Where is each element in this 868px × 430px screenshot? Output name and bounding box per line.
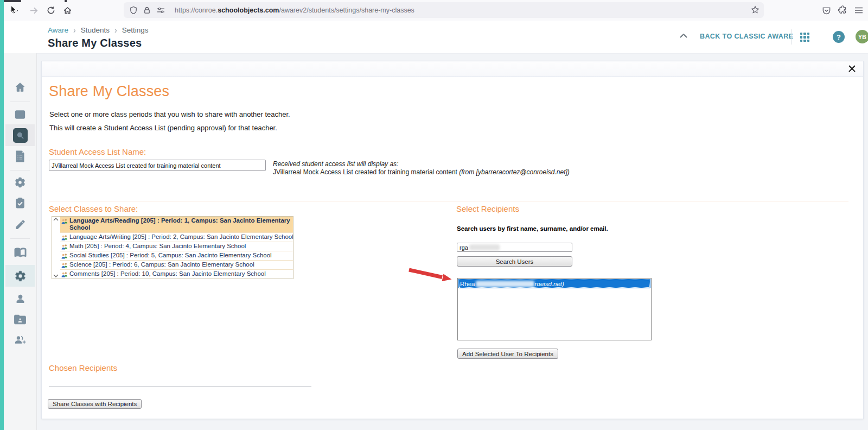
folder-user-icon — [14, 314, 26, 325]
person-add-icon — [14, 334, 27, 346]
access-list-name-label: Student Access List Name: — [49, 147, 146, 156]
reload-button[interactable] — [44, 4, 58, 17]
section-divider — [49, 201, 848, 201]
gear-icon — [14, 176, 26, 188]
bookmark-star-button[interactable] — [751, 5, 760, 14]
access-list-preview: Received student access list will displa… — [273, 160, 570, 176]
sidebar-item-overview[interactable] — [4, 104, 36, 125]
collapse-header-button[interactable] — [680, 34, 687, 38]
sidebar-item-forms[interactable] — [4, 146, 36, 167]
scroll-up-icon[interactable] — [53, 218, 59, 221]
search-results-listbox[interactable]: Rhea roeisd.net) — [457, 278, 652, 340]
search-icon — [16, 131, 24, 140]
hamburger-icon — [854, 7, 863, 14]
annotation-arrow-icon — [406, 267, 458, 286]
share-my-classes-panel: Share My Classes Select one or more clas… — [41, 61, 864, 419]
listbox-gutter — [52, 217, 60, 279]
scroll-down-icon[interactable] — [53, 274, 59, 277]
preview-line: JVillarreal Mock Access List created for… — [273, 168, 570, 176]
person-icon — [15, 293, 26, 305]
sidebar-item-tasks[interactable] — [4, 193, 36, 213]
apps-grid-button[interactable] — [800, 33, 809, 42]
reload-icon — [47, 6, 55, 15]
home-icon — [14, 81, 26, 93]
chosen-recipients-label: Chosen Recipients — [49, 363, 117, 372]
app-header: Aware › Students › Settings Share My Cla… — [4, 21, 868, 54]
class-people-icon — [61, 271, 68, 278]
breadcrumb-students: Students — [81, 26, 110, 34]
help-icon: ? — [837, 33, 841, 41]
browser-toolbar: https://conroe.schoolobjects.com/awarev2… — [0, 0, 868, 21]
sidebar-divider — [10, 170, 30, 170]
settings-gear-icon — [14, 270, 27, 282]
shield-icon — [129, 6, 138, 15]
class-people-icon — [61, 218, 68, 225]
breadcrumb-aware[interactable]: Aware — [48, 26, 68, 34]
classes-listbox[interactable]: Language Arts/Reading [205] : Period: 1,… — [52, 216, 293, 279]
forward-button[interactable] — [27, 4, 40, 17]
pocket-button[interactable] — [820, 4, 833, 17]
sidebar-item-add-user[interactable] — [4, 330, 36, 350]
breadcrumb-settings: Settings — [122, 26, 149, 34]
add-selected-user-button[interactable]: Add Selected User To Recipients — [457, 349, 558, 359]
chevron-up-icon — [680, 34, 687, 38]
result-row-selected[interactable]: Rhea roeisd.net) — [458, 279, 650, 288]
home-icon — [63, 6, 72, 15]
sidebar-item-edit[interactable] — [4, 214, 36, 235]
book-icon — [14, 246, 27, 258]
forward-arrow-icon — [29, 6, 39, 15]
browser-window: https://conroe.schoolobjects.com/awarev2… — [0, 0, 868, 430]
class-row[interactable]: Science [205] : Period: 6, Campus: San J… — [60, 261, 293, 270]
sidebar-divider — [10, 238, 30, 239]
search-users-button[interactable]: Search Users — [457, 256, 572, 267]
active-tab-edge — [21, 0, 65, 2]
class-people-icon — [61, 243, 68, 250]
access-list-name-input[interactable] — [49, 160, 266, 171]
sidebar-item-student-folder[interactable] — [4, 309, 36, 330]
avatar[interactable]: YB — [856, 30, 868, 43]
sidebar-item-profile[interactable] — [4, 288, 36, 309]
puzzle-icon — [838, 5, 847, 15]
back-to-classic-link[interactable]: BACK TO CLASSIC AWARE — [700, 33, 793, 40]
menu-button[interactable] — [852, 4, 865, 17]
panel-header — [42, 61, 863, 77]
eye-panel-icon — [14, 109, 26, 121]
search-hint: Search users by first name, surname, and… — [457, 225, 608, 232]
share-classes-button[interactable]: Share Classes with Recipients — [48, 399, 142, 409]
edge-stripe — [0, 0, 4, 430]
home-button[interactable] — [61, 4, 74, 17]
select-recipients-label: Select Recipients — [456, 204, 519, 213]
class-row[interactable]: Math [205] : Period: 4, Campus: San Jaci… — [60, 242, 293, 251]
chosen-divider — [49, 386, 311, 387]
recipient-search-input[interactable]: rga — [457, 243, 572, 252]
class-people-icon — [61, 262, 68, 269]
intro-text-1: Select one or more class periods that yo… — [49, 110, 290, 118]
class-row[interactable]: Language Arts/Writing [205] : Period: 2,… — [60, 233, 293, 242]
pencil-icon — [15, 219, 26, 230]
intro-text-2: This will create a Student Access List (… — [49, 124, 277, 132]
sidebar-item-admin[interactable] — [4, 172, 36, 193]
panel-title: Share My Classes — [49, 83, 169, 100]
lock-icon — [143, 6, 151, 15]
sidebar-item-home[interactable] — [4, 77, 36, 98]
sidebar-item-library[interactable] — [4, 242, 36, 262]
redacted-text — [469, 244, 500, 250]
page-title: Share My Classes — [48, 37, 142, 49]
report-doc-icon — [15, 150, 25, 162]
breadcrumb: Aware › Students › Settings — [48, 26, 148, 34]
help-button[interactable]: ? — [833, 31, 845, 43]
url-bar[interactable]: https://conroe.schoolobjects.com/awarev2… — [124, 2, 764, 18]
sidebar — [4, 53, 37, 430]
close-icon — [848, 65, 856, 73]
sidebar-item-search-active[interactable] — [4, 125, 36, 146]
select-classes-label: Select Classes to Share: — [49, 204, 138, 213]
permissions-icon — [156, 7, 165, 14]
extensions-button[interactable] — [836, 4, 849, 17]
sidebar-item-settings-active[interactable] — [4, 265, 36, 286]
sidebar-divider — [10, 102, 30, 102]
close-button[interactable] — [848, 65, 857, 73]
class-row[interactable]: Social Studies [205] : Period: 5, Campus… — [60, 251, 293, 261]
mouse-cursor-icon — [10, 5, 18, 15]
class-row[interactable]: Comments [205] : Period: 10, Campus: San… — [60, 270, 293, 279]
class-row-selected[interactable]: Language Arts/Reading [205] : Period: 1,… — [60, 217, 293, 233]
